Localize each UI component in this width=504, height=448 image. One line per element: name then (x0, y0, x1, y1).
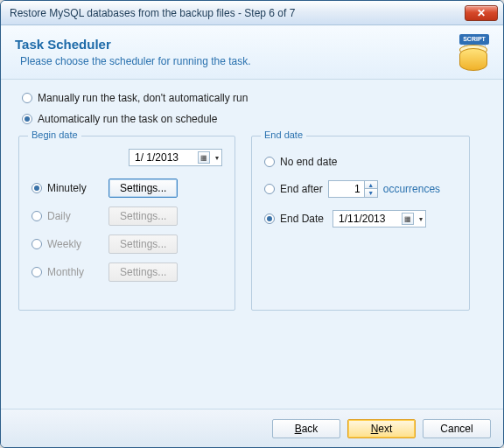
begin-date-value: 1/ 1/2013 (135, 151, 192, 164)
mode-manual-radio[interactable]: Manually run the task, don't automatical… (22, 92, 486, 104)
close-button[interactable]: ✕ (465, 5, 498, 21)
freq-monthly-radio[interactable]: Monthly (32, 266, 102, 278)
occurrences-label: occurrences (383, 183, 440, 195)
begin-date-picker[interactable]: 1/ 1/2013 ▦ ▾ (129, 149, 222, 166)
radio-icon (32, 239, 42, 249)
radio-icon (264, 214, 275, 224)
radio-icon (32, 267, 42, 277)
weekly-settings-button: Settings... (108, 234, 178, 254)
end-date-picker[interactable]: 1/11/2013 ▦ ▾ (332, 210, 426, 228)
radio-icon (264, 184, 275, 194)
occurrences-stepper[interactable]: ▲ ▼ (328, 180, 378, 198)
sql-script-icon: SCRIPT SQL (452, 34, 489, 71)
no-end-date-radio[interactable]: No end date (264, 156, 337, 168)
radio-icon (264, 157, 275, 167)
mode-auto-label: Automatically run the task on schedule (38, 113, 217, 125)
close-icon: ✕ (477, 7, 486, 19)
spin-down-icon[interactable]: ▼ (365, 189, 377, 197)
end-date-radio[interactable]: End Date (264, 213, 324, 225)
page-title: Task Scheduler (15, 37, 251, 52)
content-area: Manually run the task, don't automatical… (1, 80, 503, 410)
page-subtitle: Please choose the scheduler for running … (15, 55, 251, 67)
daily-settings-button: Settings... (108, 206, 178, 226)
dialog-window: Restore MySQL databases from the backup … (0, 0, 504, 448)
calendar-icon[interactable]: ▦ (402, 213, 414, 225)
end-after-radio[interactable]: End after (264, 183, 323, 195)
end-date-fieldset: End date No end date End after (251, 136, 470, 311)
next-button[interactable]: Next (347, 419, 416, 438)
spin-up-icon[interactable]: ▲ (365, 181, 377, 189)
end-legend: End date (261, 130, 306, 140)
occurrences-input[interactable] (329, 183, 364, 195)
freq-minutely-radio[interactable]: Minutely (32, 182, 102, 194)
chevron-down-icon[interactable]: ▾ (419, 215, 423, 223)
wizard-header: Task Scheduler Please choose the schedul… (1, 25, 503, 80)
freq-weekly-radio[interactable]: Weekly (32, 238, 102, 250)
wizard-footer: Back Next Cancel (1, 409, 503, 447)
mode-manual-label: Manually run the task, don't automatical… (38, 92, 248, 104)
back-button[interactable]: Back (272, 419, 340, 438)
chevron-down-icon[interactable]: ▾ (215, 154, 219, 162)
radio-icon (32, 211, 42, 221)
radio-icon (32, 183, 42, 193)
begin-date-fieldset: Begin date 1/ 1/2013 ▦ ▾ Minutely Settin… (18, 136, 235, 311)
monthly-settings-button: Settings... (108, 262, 178, 282)
end-date-value: 1/11/2013 (339, 213, 396, 225)
cancel-button[interactable]: Cancel (423, 419, 491, 438)
calendar-icon[interactable]: ▦ (198, 151, 210, 164)
minutely-settings-button[interactable]: Settings... (108, 178, 178, 198)
begin-legend: Begin date (28, 130, 81, 140)
window-title: Restore MySQL databases from the backup … (10, 7, 465, 19)
radio-icon (22, 114, 32, 124)
titlebar[interactable]: Restore MySQL databases from the backup … (1, 1, 503, 25)
radio-icon (22, 93, 32, 103)
mode-auto-radio[interactable]: Automatically run the task on schedule (22, 113, 486, 125)
freq-daily-radio[interactable]: Daily (32, 210, 102, 222)
